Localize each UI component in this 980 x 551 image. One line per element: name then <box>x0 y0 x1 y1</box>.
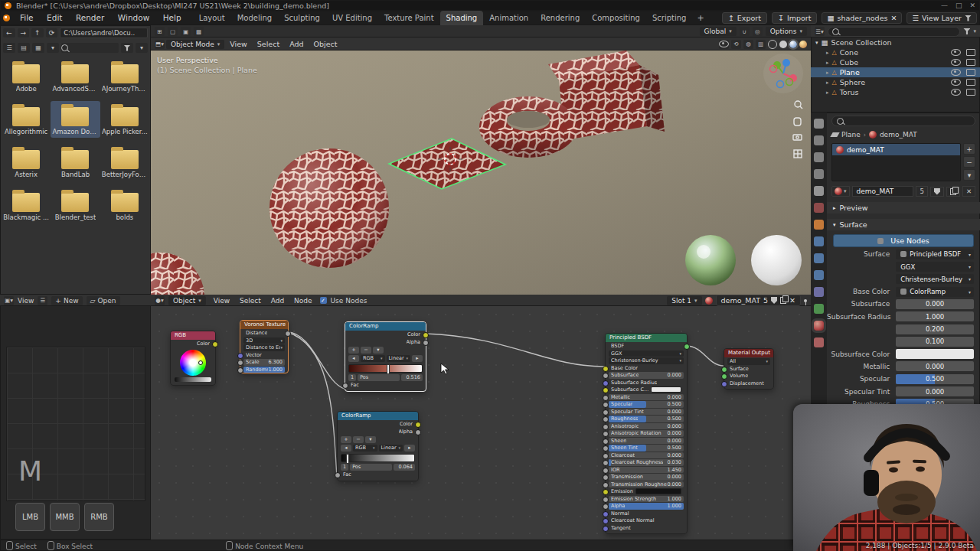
node-row[interactable]: Tangent ▾ <box>609 525 684 532</box>
new-material-icon[interactable] <box>780 297 786 304</box>
node-row[interactable]: Clearcoat 0.000 ▾ <box>609 452 684 459</box>
shading-wireframe-icon[interactable] <box>768 40 777 49</box>
properties-tab-icon[interactable] <box>814 152 824 162</box>
use-nodes-button[interactable]: Use Nodes <box>833 234 974 247</box>
input-socket[interactable] <box>603 526 609 532</box>
filter-toggle[interactable] <box>121 43 133 53</box>
output-socket[interactable] <box>415 429 421 435</box>
ramp-specials-dropdown[interactable]: ▾ <box>373 347 384 354</box>
disable-render-icon[interactable] <box>966 49 975 56</box>
slot-dropdown[interactable]: Slot 1▾ <box>667 296 701 305</box>
folder-item[interactable]: Blackmagic ... <box>2 187 51 223</box>
node-row[interactable]: Distance ▾ <box>243 330 285 337</box>
property-widget[interactable]: Christensen-Burley ▾ <box>896 274 974 284</box>
node-row[interactable]: Specular Tint 0.000 ▾ <box>609 409 684 416</box>
node-row[interactable]: Volume ▾ <box>727 373 770 380</box>
input-socket[interactable] <box>603 431 609 437</box>
input-socket[interactable] <box>237 367 243 373</box>
hide-eye-icon[interactable] <box>951 59 961 66</box>
add-stop-button[interactable]: + <box>341 436 351 443</box>
node-row[interactable]: Anisotropic 0.000 ▾ <box>609 423 684 430</box>
editor-menu-item[interactable]: View <box>226 40 251 48</box>
users-count[interactable]: 5 <box>763 296 768 305</box>
node-rgb[interactable]: RGB Color <box>170 331 216 386</box>
fake-user-icon[interactable] <box>771 297 777 304</box>
editor-menu-item[interactable]: View <box>210 297 234 305</box>
sphere-object[interactable] <box>270 148 389 268</box>
input-socket[interactable] <box>603 468 609 474</box>
tool-option-icon-3[interactable]: ▩ <box>194 27 204 36</box>
folder-item[interactable]: bolds <box>100 187 149 223</box>
property-widget[interactable]: ▾ <box>896 349 974 359</box>
node-material-output[interactable]: Material Output All ▾ Surface ▾ Volume ▾… <box>724 348 774 390</box>
property-widget[interactable]: 0.100 ▾ <box>896 337 974 347</box>
new-material-button[interactable] <box>946 187 960 197</box>
input-socket[interactable] <box>603 373 609 379</box>
input-socket[interactable] <box>603 380 609 386</box>
shader-type-dropdown[interactable]: Object▾ <box>168 296 206 305</box>
filter-dropdown[interactable]: ▾ <box>136 43 148 53</box>
color-mode-dropdown[interactable]: RGB <box>361 355 385 362</box>
input-socket[interactable] <box>603 402 609 408</box>
pin-icon[interactable] <box>804 299 807 302</box>
interpolation-dropdown[interactable]: Linear <box>379 445 403 452</box>
workspace-tab[interactable]: Scripting <box>646 11 692 25</box>
folder-item[interactable]: Allegorithmic <box>2 101 51 138</box>
workspace-tab[interactable]: Modeling <box>231 11 279 25</box>
workspace-tab[interactable]: Animation <box>483 11 534 25</box>
node-canvas[interactable]: RGB Color Voronoi Texture Distance ▾ 3D … <box>151 306 811 540</box>
pos-value-field[interactable]: 0.064 <box>394 464 415 471</box>
tool-option-icon-1[interactable]: ▢ <box>168 27 178 36</box>
minimize-button[interactable]: — <box>941 2 948 9</box>
slot-specials-dropdown[interactable]: ▾ <box>963 169 975 181</box>
nav-up-button[interactable]: ↑ <box>31 28 44 37</box>
close-button[interactable]: ✕ <box>969 2 975 9</box>
workspace-tab[interactable]: Sculpting <box>278 11 326 25</box>
show-gizmo-icon[interactable]: ⟲ <box>731 40 741 49</box>
property-widget[interactable]: 0.500 ▾ <box>896 374 974 384</box>
navigation-gizmo[interactable] <box>763 54 803 93</box>
properties-tab-icon[interactable] <box>814 236 824 246</box>
node-row[interactable]: Specular 0.500 ▾ <box>609 401 684 408</box>
object-type-visibility-dropdown[interactable] <box>719 40 729 49</box>
file-search-input[interactable] <box>61 43 119 53</box>
node-row[interactable]: Randomness 1.000 ▾ <box>243 367 285 373</box>
prev-stop-button[interactable]: ◂ <box>348 355 359 362</box>
viewport-canvas[interactable]: User Perspective (1) Scene Collection | … <box>151 51 811 295</box>
node-row[interactable]: Surface ▾ <box>727 366 770 373</box>
node-row[interactable]: 3D ▾ <box>243 337 285 344</box>
display-settings-dropdown[interactable]: ▾ <box>47 43 59 53</box>
node-row[interactable]: Christensen-Burley ▾ <box>609 357 684 364</box>
node-row[interactable]: All ▾ <box>727 358 770 365</box>
output-socket[interactable] <box>423 332 429 338</box>
input-socket[interactable] <box>603 497 609 503</box>
editor-menu-item[interactable]: Select <box>236 297 265 305</box>
node-row[interactable]: Sheen 0.000 ▾ <box>609 438 684 445</box>
open-image-button[interactable]: ▱Open <box>87 296 120 305</box>
properties-tab-icon[interactable] <box>814 135 824 145</box>
properties-tab-icon[interactable] <box>814 321 824 331</box>
disable-render-icon[interactable] <box>966 79 975 86</box>
disable-render-icon[interactable] <box>966 69 975 76</box>
property-widget[interactable]: 0.200 ▾ <box>896 324 974 334</box>
input-socket[interactable] <box>721 367 727 373</box>
editor-menu-item[interactable]: Node <box>290 297 316 305</box>
color-swatch[interactable] <box>635 488 681 494</box>
show-overlays-icon[interactable]: ◍ <box>743 40 753 49</box>
snap-magnet-icon[interactable]: ∪ <box>740 27 750 36</box>
node-row[interactable]: Alpha 1.000 ▾ <box>609 503 684 510</box>
outliner-object-row[interactable]: ▸ △ Sphere <box>811 77 980 87</box>
import-button[interactable]: ↧Import <box>772 12 818 24</box>
menubar-item[interactable]: Edit <box>41 13 67 22</box>
material-name-field[interactable]: demo_MAT 5 ✕ <box>716 295 801 306</box>
folder-item[interactable]: Amazon Dow... <box>51 101 100 138</box>
folder-item[interactable]: AdvancedSke... <box>51 58 100 95</box>
outliner-object-row[interactable]: ▸ △ Cone <box>811 47 980 57</box>
surface-section-header[interactable]: ▾ Surface <box>827 219 980 230</box>
options-dropdown[interactable]: Options▾ <box>766 27 807 36</box>
shading-solid-icon[interactable] <box>779 41 787 48</box>
workspace-tab[interactable]: UV Editing <box>326 11 378 25</box>
node-row[interactable]: Transmission 0.000 ▾ <box>609 474 684 481</box>
output-socket[interactable] <box>423 340 429 346</box>
property-widget[interactable]: 0.000 ▾ <box>896 361 974 371</box>
